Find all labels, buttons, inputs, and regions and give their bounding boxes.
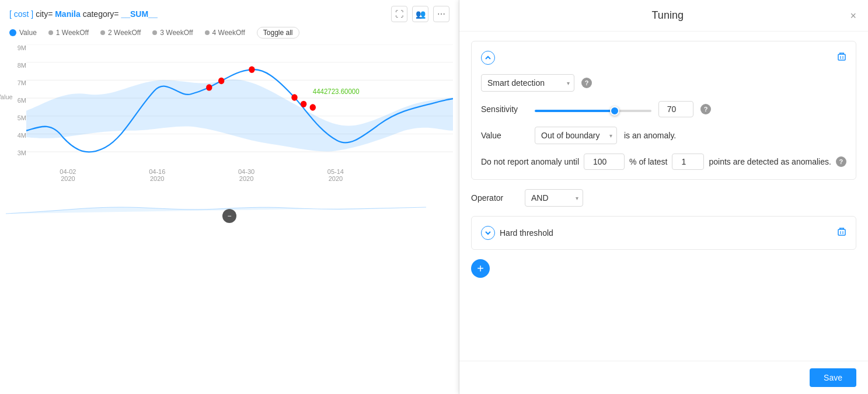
value-label: Value — [481, 131, 528, 140]
legend-3weekoff-dot — [152, 30, 157, 35]
legend-value-dot — [9, 29, 16, 36]
sensitivity-row: Sensitivity ? — [481, 101, 846, 117]
trash-icon — [837, 52, 846, 61]
legend-4weekoff-label: 4 WeekOff — [212, 29, 245, 37]
chart-title: [ cost ] city= Manila category= __SUM__ — [9, 9, 158, 19]
hard-threshold-trash-icon — [837, 227, 846, 236]
report-prefix-text: Do not report anomaly until — [481, 157, 579, 166]
hard-threshold-card-header: Hard threshold — [481, 226, 846, 240]
tuning-header: Tuning × — [459, 0, 868, 32]
title-category: __SUM__ — [121, 9, 157, 19]
detection-method-row: Smart detection ▾ ? — [481, 74, 846, 92]
tuning-title: Tuning — [485, 9, 850, 22]
legend-1weekoff-dot — [48, 30, 53, 35]
people-icon-btn[interactable]: 👥 — [412, 6, 428, 22]
anomaly-text: is an anomaly. — [624, 131, 676, 140]
svg-rect-13 — [838, 229, 845, 235]
anomaly-dot-4 — [291, 94, 297, 100]
anomaly-dot-6 — [310, 104, 316, 110]
sensitivity-number-input[interactable] — [658, 101, 693, 117]
legend-4weekoff-dot — [205, 30, 210, 35]
collapse-mini-chart-button[interactable]: − — [222, 209, 236, 223]
smart-detection-delete-button[interactable] — [837, 52, 846, 64]
add-condition-button[interactable]: + — [471, 259, 490, 278]
y-label-3m: 3M — [6, 149, 26, 156]
save-button[interactable]: Save — [810, 368, 856, 387]
chart-icons: ⛶ 👥 ⋯ — [391, 6, 449, 22]
toggle-all-button[interactable]: Toggle all — [257, 27, 299, 39]
y-label-5m: 5M — [6, 114, 26, 121]
sensitivity-label: Sensitivity — [481, 104, 528, 114]
sensitivity-help-icon[interactable]: ? — [700, 104, 711, 114]
operator-row: Operator AND OR ▾ — [471, 189, 856, 207]
tuning-footer: Save — [459, 361, 868, 394]
legend-2weekoff-label: 2 WeekOff — [108, 29, 141, 37]
legend-3weekoff-label: 3 WeekOff — [160, 29, 193, 37]
mini-chart: − — [6, 184, 453, 225]
legend-2weekoff-dot — [100, 30, 105, 35]
y-label-7m: 7M — [6, 79, 26, 86]
anomaly-dot-2 — [218, 78, 224, 84]
main-chart-svg: 4442723.60000 — [26, 44, 453, 170]
points-count-input[interactable] — [672, 154, 704, 170]
detection-help-icon[interactable]: ? — [581, 78, 592, 88]
operator-select-wrapper: AND OR ▾ — [525, 189, 583, 207]
tuning-body: Smart detection ▾ ? Sensitivity ? Value — [459, 32, 868, 361]
chart-header: [ cost ] city= Manila category= __SUM__ … — [0, 0, 459, 25]
report-help-icon[interactable]: ? — [836, 156, 846, 167]
legend-1weekoff: 1 WeekOff — [48, 29, 89, 37]
operator-label: Operator — [471, 193, 518, 203]
title-bracket-open: [ cost ] — [9, 9, 33, 19]
smart-detection-card-header — [481, 51, 846, 65]
smart-detection-card: Smart detection ▾ ? Sensitivity ? Value — [471, 41, 856, 180]
detection-method-select[interactable]: Smart detection — [481, 74, 574, 92]
legend-value: Value — [9, 29, 37, 37]
share-icon-btn[interactable]: ⛶ — [391, 6, 407, 22]
hard-threshold-left: Hard threshold — [481, 226, 553, 240]
more-icon-btn[interactable]: ⋯ — [433, 6, 449, 22]
legend-value-label: Value — [19, 29, 37, 37]
sensitivity-slider-container — [535, 104, 651, 114]
boundary-select[interactable]: Out of boundary — [535, 127, 617, 144]
confidence-band — [26, 79, 453, 152]
y-label-9m: 9M — [6, 44, 26, 51]
chevron-up-icon — [484, 54, 491, 61]
title-category-label: category= — [83, 9, 121, 19]
y-axis: 9M 8M 7M 6M 5M 4M 3M — [6, 42, 26, 170]
smart-detection-collapse-button[interactable] — [481, 51, 495, 65]
tuning-panel: Tuning × — [459, 0, 868, 394]
title-city-label: city= — [36, 9, 55, 19]
legend-4weekoff: 4 WeekOff — [205, 29, 245, 37]
legend-3weekoff: 3 WeekOff — [152, 29, 193, 37]
points-detected-text: points are detected as anomalies. — [709, 157, 831, 166]
operator-select[interactable]: AND OR — [525, 189, 583, 207]
chart-legend: Value 1 WeekOff 2 WeekOff 3 WeekOff 4 We… — [0, 25, 459, 42]
svg-rect-7 — [838, 54, 845, 60]
anomaly-dot-3 — [249, 67, 255, 73]
percent-of-latest-text: % of latest — [629, 157, 667, 166]
report-percent-input[interactable] — [584, 154, 625, 170]
y-label-4m: 4M — [6, 132, 26, 139]
title-city: Manila — [55, 9, 81, 19]
hard-threshold-expand-button[interactable] — [481, 226, 495, 240]
y-axis-label: Value — [0, 93, 13, 100]
hard-threshold-delete-button[interactable] — [837, 227, 846, 239]
anomaly-dot-1 — [206, 84, 212, 90]
mini-line — [6, 207, 426, 214]
legend-2weekoff: 2 WeekOff — [100, 29, 141, 37]
boundary-select-wrapper: Out of boundary ▾ — [535, 127, 617, 144]
hard-threshold-card: Hard threshold — [471, 216, 856, 250]
legend-1weekoff-label: 1 WeekOff — [56, 29, 89, 37]
report-row: Do not report anomaly until % of latest … — [481, 154, 846, 170]
value-anomaly-row: Value Out of boundary ▾ is an anomaly. — [481, 127, 846, 144]
chart-area: [ cost ] city= Manila category= __SUM__ … — [0, 0, 459, 394]
chart-value-annotation: 4442723.60000 — [313, 88, 360, 96]
hard-threshold-title: Hard threshold — [500, 228, 553, 238]
sensitivity-slider[interactable] — [535, 110, 651, 112]
y-label-8m: 8M — [6, 62, 26, 69]
chevron-down-icon — [484, 229, 491, 236]
close-button[interactable]: × — [850, 11, 856, 21]
detection-method-select-wrapper: Smart detection ▾ — [481, 74, 574, 92]
anomaly-dot-5 — [301, 101, 306, 107]
